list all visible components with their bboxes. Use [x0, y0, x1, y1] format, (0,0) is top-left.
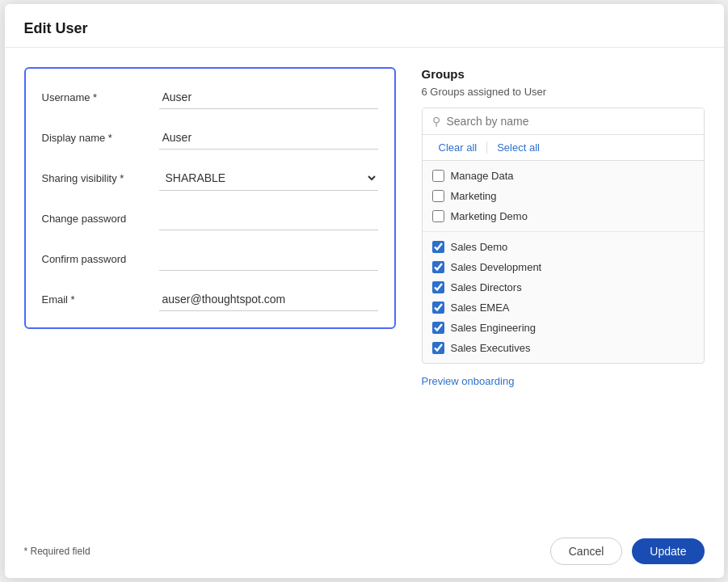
- groups-title: Groups: [422, 67, 705, 81]
- email-row: Email *: [42, 284, 378, 314]
- dialog-title: Edit User: [24, 20, 705, 37]
- search-row: ⚲: [423, 108, 704, 135]
- search-icon: ⚲: [432, 115, 440, 128]
- sales-demo-label: Sales Demo: [451, 241, 508, 253]
- marketing-label: Marketing: [451, 190, 497, 202]
- list-item: Manage Data: [423, 166, 704, 186]
- select-all-button[interactable]: Select all: [490, 140, 546, 155]
- sales-development-label: Sales Development: [451, 261, 542, 273]
- groups-subtitle: 6 Groups assigned to User: [422, 86, 705, 98]
- list-item: Sales Demo: [423, 237, 704, 257]
- preview-onboarding-link[interactable]: Preview onboarding: [422, 375, 515, 387]
- sales-emea-label: Sales EMEA: [451, 302, 510, 314]
- group-list: Manage Data Marketing Marketing Demo: [423, 161, 704, 363]
- cancel-button[interactable]: Cancel: [550, 538, 623, 565]
- sales-engineering-checkbox[interactable]: [432, 322, 444, 334]
- groups-panel: Groups 6 Groups assigned to User ⚲ Clear…: [422, 67, 705, 525]
- confirm-password-label: Confirm password: [42, 253, 159, 265]
- search-input[interactable]: [447, 115, 694, 128]
- list-item: Marketing Demo: [423, 206, 704, 226]
- display-name-row: Display name *: [42, 122, 378, 153]
- sales-development-checkbox[interactable]: [432, 261, 444, 273]
- change-password-input[interactable]: [159, 207, 378, 230]
- list-item: Sales Executives: [423, 338, 704, 358]
- dialog-header: Edit User: [5, 4, 724, 48]
- checked-section: Sales Demo Sales Development Sales Direc…: [423, 231, 704, 363]
- sales-directors-label: Sales Directors: [451, 281, 522, 293]
- confirm-password-input[interactable]: [159, 247, 378, 271]
- action-row: Clear all Select all: [423, 135, 704, 161]
- username-input[interactable]: [159, 86, 378, 109]
- display-name-label: Display name *: [42, 132, 159, 144]
- manage-data-label: Manage Data: [451, 170, 514, 182]
- sales-demo-checkbox[interactable]: [432, 241, 444, 253]
- display-name-input[interactable]: [159, 126, 378, 150]
- manage-data-checkbox[interactable]: [432, 170, 444, 182]
- email-input[interactable]: [159, 288, 378, 311]
- sales-engineering-label: Sales Engineering: [451, 322, 537, 334]
- username-label: Username *: [42, 91, 159, 103]
- sharing-visibility-select[interactable]: SHARABLE NOT_SHARABLE: [159, 166, 378, 191]
- form-panel: Username * Display name * Sharing visibi…: [24, 67, 396, 525]
- sales-executives-label: Sales Executives: [451, 342, 531, 354]
- email-label: Email *: [42, 293, 159, 306]
- clear-all-button[interactable]: Clear all: [432, 140, 484, 155]
- change-password-row: Change password: [42, 203, 378, 234]
- confirm-password-row: Confirm password: [42, 243, 378, 274]
- groups-box: ⚲ Clear all Select all Manage Data: [422, 108, 705, 364]
- sales-directors-checkbox[interactable]: [432, 281, 444, 293]
- sharing-visibility-label: Sharing visibility *: [42, 172, 159, 184]
- action-divider: [486, 141, 487, 154]
- form-box: Username * Display name * Sharing visibi…: [24, 67, 396, 329]
- required-note: * Required field: [24, 546, 541, 557]
- list-item: Sales Directors: [423, 277, 704, 297]
- sharing-visibility-row: Sharing visibility * SHARABLE NOT_SHARAB…: [42, 162, 378, 193]
- dialog-footer: * Required field Cancel Update: [5, 525, 724, 578]
- list-item: Sales EMEA: [423, 297, 704, 318]
- change-password-label: Change password: [42, 213, 159, 225]
- dialog-body: Username * Display name * Sharing visibi…: [5, 48, 724, 525]
- list-item: Sales Engineering: [423, 318, 704, 338]
- marketing-demo-label: Marketing Demo: [451, 210, 528, 222]
- marketing-demo-checkbox[interactable]: [432, 210, 444, 222]
- sales-executives-checkbox[interactable]: [432, 342, 444, 354]
- username-row: Username *: [42, 82, 378, 112]
- sales-emea-checkbox[interactable]: [432, 302, 444, 314]
- unchecked-section: Manage Data Marketing Marketing Demo: [423, 161, 704, 231]
- edit-user-dialog: Edit User Username * Display name * Shar…: [5, 4, 724, 578]
- marketing-checkbox[interactable]: [432, 190, 444, 202]
- list-item: Sales Development: [423, 257, 704, 277]
- update-button[interactable]: Update: [632, 538, 704, 564]
- list-item: Marketing: [423, 186, 704, 206]
